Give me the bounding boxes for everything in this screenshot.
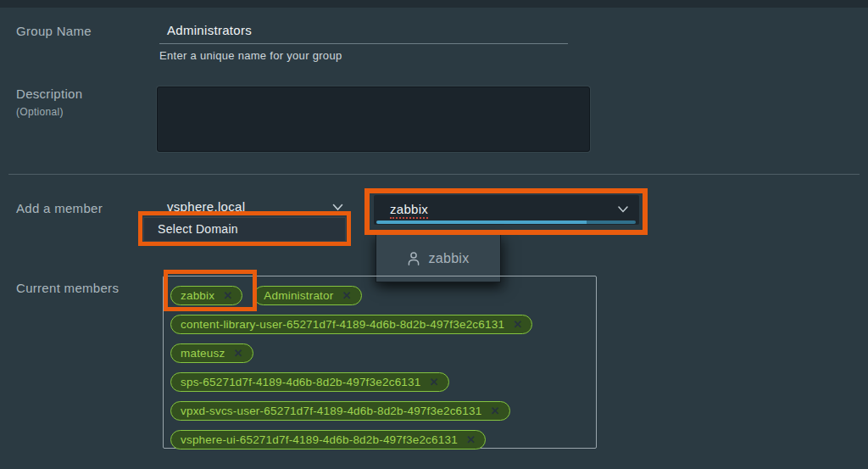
chip-close-icon[interactable]: ✕ [342,290,351,301]
user-icon [407,251,420,266]
group-name-helper-text: Enter a unique name for your group [159,49,342,62]
chip-close-icon[interactable]: ✕ [429,377,438,388]
member-chip-label: mateusz [181,347,225,360]
member-search-value: zabbix [390,202,428,219]
description-label: Description [16,87,82,101]
current-members-label: Current members [16,281,119,295]
group-name-input[interactable]: Administrators [159,20,568,44]
window-top-edge [0,0,868,8]
description-optional-note: (Optional) [16,106,64,118]
chip-close-icon[interactable]: ✕ [513,319,522,330]
group-name-value: Administrators [159,20,568,41]
menu-item-select-domain[interactable]: Select Domain [144,218,345,241]
current-members-box: zabbix ✕ Administrator ✕ content-library… [163,276,597,449]
member-chip: vsphere-ui-65271d7f-4189-4d6b-8d2b-497f3… [170,430,486,449]
member-chip-label: vsphere-ui-65271d7f-4189-4d6b-8d2b-497f3… [181,433,458,446]
member-chip: sps-65271d7f-4189-4d6b-8d2b-497f3e2c6131… [170,372,449,392]
member-chip: Administrator ✕ [253,286,361,305]
group-name-label: Group Name [16,24,92,38]
member-chip-label: vpxd-svcs-user-65271d7f-4189-4d6b-8d2b-4… [181,405,481,417]
focus-underline-bar [376,221,636,224]
member-chip-label: content-library-user-65271d7f-4189-4d6b-… [181,318,504,331]
edit-group-form: Group Name Administrators Enter a unique… [0,0,868,469]
chevron-down-icon[interactable] [618,206,628,213]
member-chip: content-library-user-65271d7f-4189-4d6b-… [170,315,532,334]
domain-dropdown-menu: Select Domain [143,217,346,242]
domain-select-value: vsphere.local [159,196,350,217]
chip-row: sps-65271d7f-4189-4d6b-8d2b-497f3e2c6131… [170,372,532,392]
member-chip-label: Administrator [264,289,333,302]
chip-row: content-library-user-65271d7f-4189-4d6b-… [170,315,532,334]
chip-row: vsphere-ui-65271d7f-4189-4d6b-8d2b-497f3… [170,430,532,449]
section-divider [8,174,860,175]
chevron-down-icon[interactable] [332,204,343,211]
member-chip-label: sps-65271d7f-4189-4d6b-8d2b-497f3e2c6131 [181,376,420,388]
suggestion-item-label: zabbix [428,251,469,266]
chip-row: vpxd-svcs-user-65271d7f-4189-4d6b-8d2b-4… [170,401,532,421]
member-chip-label: zabbix [181,289,214,302]
member-chip-zabbix: zabbix ✕ [170,286,242,305]
add-member-label: Add a member [16,201,103,215]
chip-close-icon[interactable]: ✕ [490,405,499,416]
chip-close-icon[interactable]: ✕ [233,348,242,359]
chip-row: zabbix ✕ Administrator ✕ [170,286,532,305]
member-chip: mateusz ✕ [170,343,253,363]
chip-row: mateusz ✕ [170,343,532,363]
chip-close-icon[interactable]: ✕ [466,434,476,445]
member-chip-list: zabbix ✕ Administrator ✕ content-library… [170,286,532,449]
domain-select[interactable]: vsphere.local [159,196,350,219]
member-search-input[interactable]: zabbix [374,195,639,225]
description-textarea[interactable] [157,87,590,152]
member-chip: vpxd-svcs-user-65271d7f-4189-4d6b-8d2b-4… [170,401,510,421]
chip-close-icon[interactable]: ✕ [223,290,232,301]
